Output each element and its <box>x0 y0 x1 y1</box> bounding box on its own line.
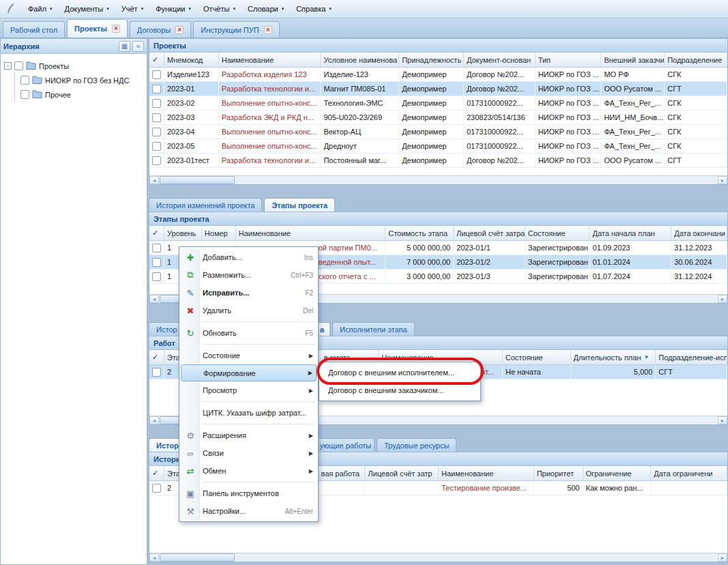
tree-item-niokr[interactable]: НИОКР по ГОЗ без НДС <box>20 73 143 87</box>
column-header[interactable]: Подразделение <box>665 53 727 67</box>
row-checkbox[interactable] <box>152 70 161 79</box>
tab-desktop[interactable]: Рабочий стол <box>3 21 65 38</box>
column-header[interactable]: Приоритет <box>534 466 583 480</box>
column-header[interactable]: Лицевой счёт затрат. <box>454 226 525 240</box>
scroll-right-icon[interactable]: ► <box>718 295 727 303</box>
row-checkbox[interactable] <box>152 99 161 108</box>
table-row[interactable]: 2023-01тест Разработка технологии и... П… <box>149 154 727 168</box>
tab-instructions[interactable]: Инструкции ПУП× <box>193 21 279 38</box>
close-icon[interactable]: × <box>175 26 184 34</box>
context-menu-item-refresh[interactable]: ↻ Обновить F5 <box>181 324 317 342</box>
column-header[interactable]: Наименование <box>219 53 321 67</box>
column-header[interactable]: Состояние <box>503 350 571 364</box>
menu-documents[interactable]: Документы▾ <box>59 2 115 16</box>
row-checkbox[interactable] <box>152 85 161 93</box>
close-icon[interactable]: × <box>264 26 272 34</box>
row-checkbox[interactable] <box>152 142 161 151</box>
context-menu-item-delete[interactable]: ✖ Удалить Del <box>181 302 317 319</box>
context-menu-item-citk[interactable]: ЦИТК. Указать шифр затрат... <box>181 404 317 422</box>
scroll-left-icon[interactable]: ◄ <box>149 416 159 424</box>
context-menu-item-state[interactable]: Состояние ▶ <box>181 347 317 364</box>
scrollbar-thumb[interactable] <box>160 553 235 562</box>
horizontal-scrollbar[interactable]: ◄ ► <box>149 553 727 562</box>
column-header[interactable]: Тип <box>536 53 602 67</box>
tree-checkbox[interactable] <box>20 90 29 99</box>
row-checkbox[interactable] <box>152 258 161 267</box>
row-checkbox[interactable] <box>152 368 161 377</box>
table-row[interactable]: 2023-03 Разработка ЭКД и РКД н... 905-U0… <box>149 111 727 125</box>
tree-item-projects[interactable]: - Проекты <box>4 59 143 73</box>
table-row[interactable]: 2023-04 Выполнение опытно-конс... Вектор… <box>149 125 727 139</box>
column-header[interactable]: Мнемокод <box>164 53 219 67</box>
column-header[interactable]: Наименование <box>236 226 385 240</box>
column-header[interactable]: Документ-основан <box>464 53 536 67</box>
column-header[interactable]: Лицевой счёт затр <box>365 466 439 480</box>
tree-expander-icon[interactable]: - <box>4 62 12 70</box>
column-header[interactable]: Состояние <box>525 226 590 240</box>
scroll-left-icon[interactable]: ◄ <box>149 553 159 562</box>
column-header[interactable]: Внешний заказчик <box>601 53 665 67</box>
scroll-right-icon[interactable]: ► <box>718 176 727 184</box>
column-header[interactable]: Дата начала план <box>589 226 671 240</box>
context-menu-item-settings[interactable]: ⚒ Настройки... Alt+Enter <box>181 502 317 520</box>
context-menu-item-links[interactable]: ∞ Связи ▶ <box>181 444 317 462</box>
scroll-right-icon[interactable]: ► <box>718 553 727 562</box>
row-checkbox[interactable] <box>152 156 161 165</box>
context-menu-item-view[interactable]: Просмотр ▶ <box>181 381 317 399</box>
table-row[interactable]: 2023-02 Выполнение опытно-конс... Технол… <box>149 96 727 111</box>
context-menu-item-exchange[interactable]: ⇄ Обмен ▶ <box>181 462 317 480</box>
tab-project-history[interactable]: История изменений проекта <box>149 198 262 212</box>
tab-stage-executors[interactable]: Исполнители этапа <box>332 322 415 336</box>
column-header[interactable]: ✓ <box>149 350 164 364</box>
column-header[interactable]: Дата ограничени <box>651 466 727 480</box>
tab-labor-resources[interactable]: Трудовые ресурсы <box>377 438 456 452</box>
close-icon[interactable]: × <box>112 25 120 33</box>
tree-item-other[interactable]: Прочее <box>20 87 143 102</box>
menu-functions[interactable]: Функции▾ <box>149 2 197 16</box>
menu-accounting[interactable]: Учёт▾ <box>115 2 149 16</box>
tab-project-stages[interactable]: Этапы проекта <box>264 198 335 212</box>
scroll-left-icon[interactable]: ◄ <box>149 176 159 184</box>
table-row[interactable]: 2023-05 Выполнение опытно-конс... Дредно… <box>149 139 727 154</box>
column-header[interactable]: Номер <box>202 226 236 240</box>
column-header[interactable]: Принадлежность <box>399 53 464 67</box>
context-menu-item-toolbar[interactable]: ▣ Панель инструментов <box>181 484 317 502</box>
collapse-sidebar-button[interactable]: « <box>132 41 144 52</box>
column-header[interactable]: Наименование <box>439 466 534 480</box>
column-header[interactable]: ✓ <box>149 53 164 67</box>
context-menu-item-extensions[interactable]: ⚙ Расширения ▶ <box>181 426 317 444</box>
row-checkbox[interactable] <box>152 128 161 136</box>
table-row[interactable]: Изделие123 Разработка изделия 123 Издели… <box>149 68 727 82</box>
grid-view-icon[interactable]: ▦ <box>119 41 130 52</box>
context-menu-item-duplicate[interactable]: ⧉ Размножить... Ctrl+F3 <box>181 266 317 284</box>
row-checkbox[interactable] <box>152 244 161 252</box>
scrollbar-thumb[interactable] <box>160 176 235 184</box>
tree-checkbox[interactable] <box>14 61 23 70</box>
context-menu-item-add[interactable]: ✚ Добавить... Ins <box>181 248 317 266</box>
column-header[interactable]: ✓ <box>149 226 164 240</box>
column-header[interactable]: Ограничение <box>583 466 652 480</box>
column-header[interactable]: Условное наименова <box>321 53 399 67</box>
column-header[interactable]: Подразделение-испо <box>656 350 727 364</box>
scroll-right-icon[interactable]: ► <box>718 416 727 424</box>
column-header[interactable]: Дата окончани <box>671 226 727 240</box>
menu-help[interactable]: Справка▾ <box>290 2 338 16</box>
column-header[interactable]: Уровень <box>164 226 202 240</box>
menu-dictionaries[interactable]: Словари▾ <box>242 2 290 16</box>
context-menu-item-edit[interactable]: ✎ Исправить... F2 <box>181 284 317 302</box>
row-checkbox[interactable] <box>152 113 161 122</box>
column-header[interactable]: ✓ <box>149 466 164 480</box>
tree-checkbox[interactable] <box>20 76 29 85</box>
submenu-item-external-contractor[interactable]: Договор с внешним исполнителем... <box>321 364 479 381</box>
context-menu-item-formation[interactable]: Формирование ▶ <box>181 364 317 381</box>
menu-reports[interactable]: Отчёты▾ <box>197 2 242 16</box>
tab-contracts[interactable]: Договоры× <box>130 21 191 38</box>
submenu-item-external-customer[interactable]: Договор с внешним заказчиком... <box>321 381 479 399</box>
row-checkbox[interactable] <box>152 272 161 281</box>
horizontal-scrollbar[interactable]: ◄ ► <box>149 175 727 184</box>
scroll-left-icon[interactable]: ◄ <box>149 295 159 303</box>
column-header[interactable]: Стоимость этапа <box>385 226 454 240</box>
tab-projects[interactable]: Проекты× <box>67 19 128 38</box>
menu-file[interactable]: Файл▾ <box>22 2 59 16</box>
row-checkbox[interactable] <box>152 484 161 493</box>
